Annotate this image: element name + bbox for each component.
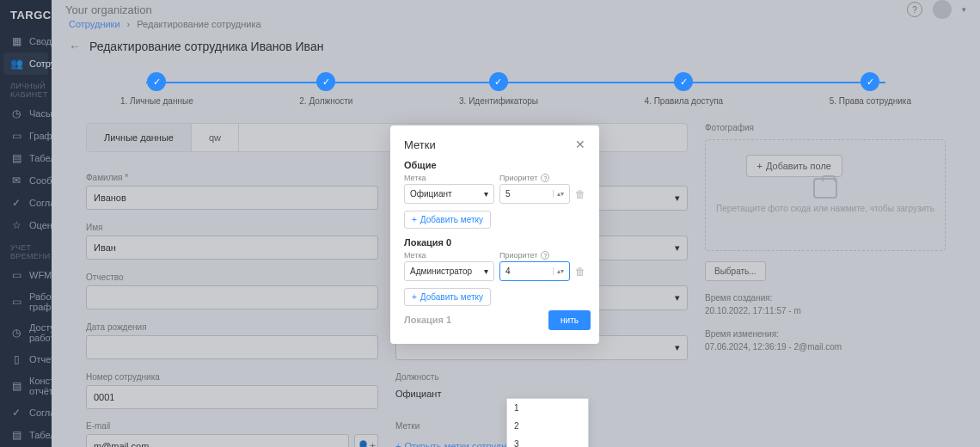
chevron-down-icon: ▾ [484, 189, 488, 199]
info-icon[interactable]: ? [541, 251, 549, 260]
save-button[interactable]: нить [548, 310, 591, 330]
spinner-icon: ▴▾ [553, 267, 564, 275]
tags-modal: Метки✕ Общие Метка Официант▾ Приоритет? … [390, 126, 599, 344]
delete-tag-icon[interactable]: 🗑 [575, 188, 585, 204]
option-1[interactable]: 1 [507, 399, 588, 417]
step-5[interactable]: ✓5. Права сотрудника [830, 72, 911, 106]
option-3[interactable]: 3 [507, 435, 588, 447]
modal-title: Метки [404, 138, 436, 151]
common-tag-select[interactable]: Официант▾ [404, 184, 494, 204]
step-2[interactable]: ✓2. Должности [299, 72, 352, 106]
loc0-tag-select[interactable]: Администратор▾ [404, 261, 494, 281]
option-2[interactable]: 2 [507, 417, 588, 435]
section-loc0: Локация 0 [404, 237, 585, 248]
add-tag-button-loc0[interactable]: + Добавить метку [404, 288, 491, 306]
spinner-icon: ▴▾ [553, 190, 564, 198]
priority-dropdown: 1 2 3 4 5 [506, 398, 589, 447]
chevron-down-icon: ▾ [484, 266, 488, 276]
close-icon[interactable]: ✕ [575, 138, 585, 151]
info-icon[interactable]: ? [541, 174, 549, 182]
section-common: Общие [404, 160, 585, 170]
step-4[interactable]: ✓4. Правила доступа [645, 72, 724, 106]
add-tag-button-common[interactable]: + Добавить метку [404, 211, 491, 229]
step-1[interactable]: ✓1. Личные данные [120, 72, 193, 106]
delete-tag-icon[interactable]: 🗑 [575, 266, 585, 281]
step-3[interactable]: ✓3. Идентификаторы [459, 72, 538, 106]
loc0-priority-select[interactable]: 4▴▾ [499, 261, 570, 281]
common-priority-select[interactable]: 5▴▾ [499, 184, 570, 204]
